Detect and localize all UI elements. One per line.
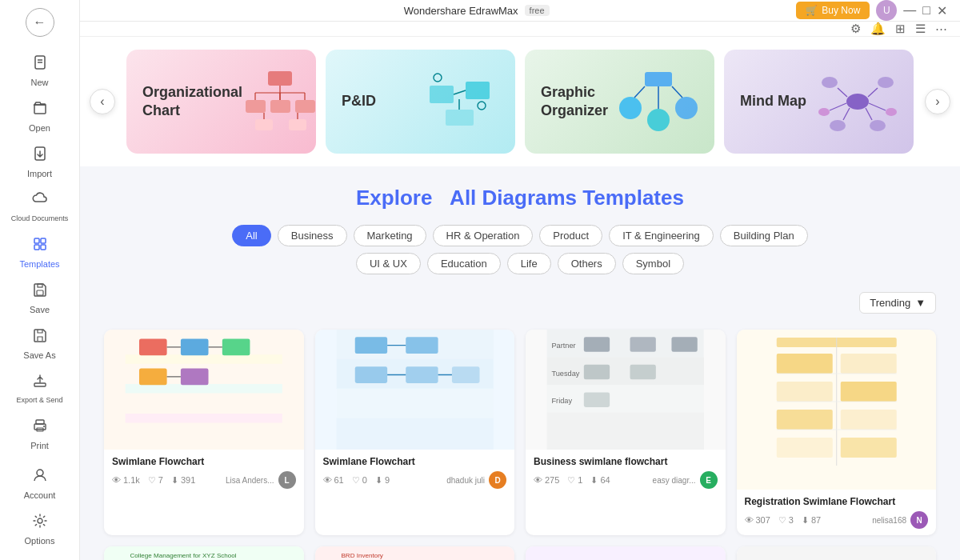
notification-icon[interactable]: 🔔 [870, 22, 886, 36]
sidebar-item-cloud[interactable]: Cloud Documents [0, 185, 79, 230]
svg-line-57 [866, 108, 872, 120]
carousel-card-mindmap[interactable]: Mind Map [724, 50, 914, 154]
svg-rect-77 [354, 366, 386, 383]
stat-views-t4: 👁 307 [745, 515, 770, 526]
svg-rect-74 [336, 418, 493, 450]
layout-icon[interactable]: ⊞ [895, 22, 906, 36]
filter-all[interactable]: All [232, 225, 270, 246]
template-name-t1: Swimlane Flowchart [112, 456, 296, 467]
view-icon[interactable]: ☰ [915, 22, 926, 36]
template-card-t2[interactable]: Swimlane Flowchart 👁 61 ♡ 0 ⬇ 9 dhaduk j… [315, 330, 515, 535]
sidebar-item-templates[interactable]: Templates [0, 230, 79, 275]
svg-point-36 [434, 74, 442, 82]
topbar-right: 🛒 Buy Now U — □ ✕ [796, 0, 947, 21]
sidebar: ← New Open Import Cloud Documents Templa… [0, 0, 80, 560]
settings-icon[interactable]: ⚙ [850, 22, 861, 36]
carousel-next-button[interactable]: › [925, 89, 950, 114]
svg-rect-19 [270, 100, 290, 113]
carousel-card-org-title: Organizational Chart [142, 83, 242, 121]
sidebar-item-import[interactable]: Import [0, 139, 79, 185]
svg-rect-78 [406, 366, 438, 383]
template-card-t8[interactable]: Loading... [737, 546, 937, 560]
svg-line-55 [869, 103, 886, 110]
svg-point-37 [478, 102, 486, 110]
template-name-t3: Business swimlane flowchart [534, 456, 718, 467]
filter-others[interactable]: Others [558, 253, 616, 274]
carousel-card-graphic[interactable]: Graphic Organizer [525, 50, 714, 154]
close-icon[interactable]: ✕ [937, 3, 947, 18]
stat-likes-t2: ♡ 0 [352, 475, 367, 486]
sidebar-item-templates-label: Templates [19, 259, 59, 269]
filter-product[interactable]: Product [539, 225, 602, 246]
template-card-t4[interactable]: Registration Swimlane Flowchart 👁 307 ♡ … [737, 330, 937, 535]
avatar-t1: L [278, 471, 296, 489]
print-icon [32, 418, 48, 438]
template-info-t3: Business swimlane flowchart 👁 275 ♡ 1 ⬇ … [526, 450, 726, 495]
carousel-prev-button[interactable]: ‹ [90, 89, 115, 114]
svg-rect-93 [671, 337, 697, 351]
sidebar-item-saveas[interactable]: Save As [0, 321, 79, 366]
template-name-t4: Registration Swimlane Flowchart [745, 496, 929, 507]
filter-hr[interactable]: HR & Operation [433, 225, 534, 246]
template-card-t1[interactable]: Swimlane Flowchart 👁 1.1k ♡ 7 ⬇ 391 Lisa… [104, 330, 304, 535]
svg-rect-38 [645, 72, 672, 86]
filter-symbol[interactable]: Symbol [622, 253, 684, 274]
open-icon [32, 100, 48, 120]
user-avatar[interactable]: U [876, 0, 897, 21]
sidebar-item-open-label: Open [29, 123, 50, 133]
sidebar-item-saveas-label: Save As [23, 350, 55, 360]
filter-education[interactable]: Education [427, 253, 501, 274]
maximize-icon[interactable]: □ [922, 3, 930, 18]
svg-rect-4 [34, 238, 39, 243]
sidebar-item-cloud-label: Cloud Documents [11, 214, 69, 223]
stat-views-t1: 👁 1.1k [112, 475, 140, 486]
svg-rect-106 [840, 438, 896, 458]
filter-marketing[interactable]: Marketing [354, 225, 426, 246]
main-content: Wondershare EdrawMax free 🛒 Buy Now U — … [80, 0, 960, 560]
avatar-t3: E [700, 471, 718, 489]
filter-life[interactable]: Life [507, 253, 551, 274]
filter-it[interactable]: IT & Engineering [609, 225, 714, 246]
carousel-card-pid[interactable]: P&ID [326, 50, 515, 154]
filter-ui[interactable]: UI & UX [356, 253, 421, 274]
sidebar-item-account[interactable]: Account [0, 461, 79, 506]
template-stats-t3: 👁 275 ♡ 1 ⬇ 64 [534, 475, 610, 486]
sidebar-item-save[interactable]: Save [0, 275, 79, 321]
carousel-card-org-image [242, 66, 316, 138]
template-thumb-t8: Loading... [737, 546, 937, 560]
more-icon[interactable]: ⋯ [935, 22, 947, 36]
sidebar-item-open[interactable]: Open [0, 94, 79, 139]
svg-rect-96 [584, 392, 610, 406]
sort-label: Trending [870, 297, 910, 309]
template-author-t3: easy diagr... E [653, 471, 718, 489]
new-icon [32, 54, 48, 74]
svg-rect-104 [840, 410, 896, 430]
sort-dropdown[interactable]: Trending ▼ [859, 292, 936, 314]
template-author-name-t1: Lisa Anders... [226, 476, 274, 485]
svg-rect-99 [776, 354, 832, 374]
carousel-card-pid-image [419, 66, 499, 138]
template-thumb-t5: College Management for XYZ School [104, 546, 304, 560]
back-button[interactable]: ← [26, 8, 54, 37]
sidebar-item-print[interactable]: Print [0, 411, 79, 457]
sidebar-item-export[interactable]: Export & Send [0, 366, 79, 411]
filter-business[interactable]: Business [278, 225, 347, 246]
templates-icon [32, 236, 48, 256]
minimize-icon[interactable]: — [903, 3, 916, 18]
template-card-t6[interactable]: BRD Inventory BRD Inventory [315, 546, 515, 560]
stat-views-t3: 👁 275 [534, 475, 559, 486]
template-card-t3[interactable]: Partner Tuesday Friday Business swimlane… [526, 330, 726, 535]
svg-point-48 [818, 108, 830, 116]
sidebar-item-options[interactable]: Options [0, 506, 79, 552]
svg-rect-100 [840, 354, 896, 374]
buy-now-button[interactable]: 🛒 Buy Now [796, 2, 870, 19]
filter-building[interactable]: Building Plan [720, 225, 808, 246]
carousel-card-graphic-title: Graphic Organizer [541, 83, 618, 121]
template-author-name-t3: easy diagr... [653, 476, 696, 485]
sidebar-item-new[interactable]: New [0, 48, 79, 94]
template-thumb-t7 [526, 546, 726, 560]
template-card-t7[interactable]: Process Flow [526, 546, 726, 560]
template-card-t5[interactable]: College Management for XYZ School [104, 546, 304, 560]
carousel-card-org[interactable]: Organizational Chart [126, 50, 316, 154]
svg-rect-5 [41, 238, 46, 243]
